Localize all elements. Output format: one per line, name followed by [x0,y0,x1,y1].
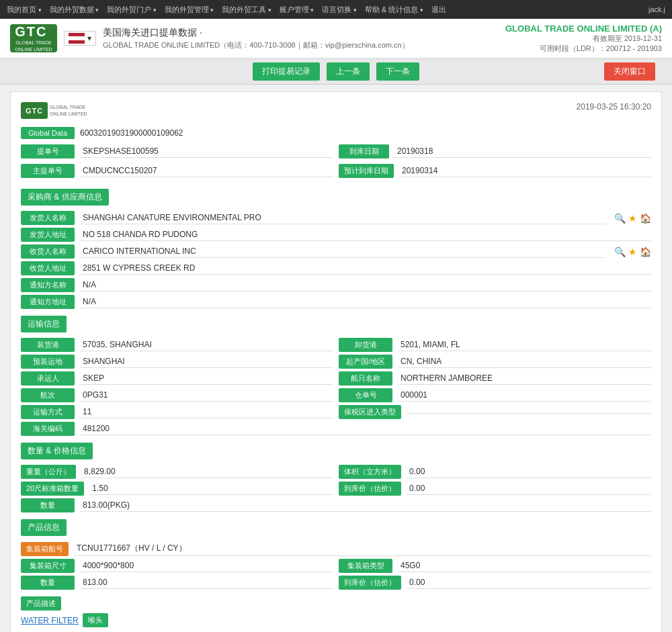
shipper-search-icon[interactable]: 🔍 [614,213,626,224]
discharge-port-label: 卸货港 [339,338,392,352]
container-no-value: TCNU1771667（HV / L / CY） [74,541,651,556]
container-size-type-row: 集装箱尺寸 4000*900*800 集装箱类型 45G0 [21,559,651,576]
voyage-value: 0PG31 [80,389,333,402]
date-label: 到库日期 [339,144,389,159]
consignee-addr-row: 收货人地址 2851 W CYPRESS CREEK RD [21,261,651,275]
container-size-label: 集装箱尺寸 [21,559,75,573]
container-type-value: 45G0 [398,559,651,572]
record-card: GTC GLOBAL TRADEONLINE LIMITED 2019-03-2… [10,91,662,632]
bill-no-label: 提单号 [21,144,75,159]
shipper-name-row: 发货人名称 SHANGHAI CANATURE ENVIRONMENTAL PR… [21,211,651,225]
nav-language[interactable]: 语言切换 [322,5,357,15]
nav-tools[interactable]: 我的外贸工具 [222,5,271,15]
consignee-actions: 🔍 ★ 🏠 [614,246,651,257]
supplier-section-title: 采购商 & 供应商信息 [21,189,109,206]
nav-trade-data[interactable]: 我的外贸数据 [50,5,99,15]
prev-button[interactable]: 上一条 [327,62,370,81]
shipper-star-icon[interactable]: ★ [628,213,637,224]
carrier-value: SKEP [80,372,333,385]
containers-20-value: 1.50 [89,482,333,495]
consignee-addr-label: 收货人地址 [21,261,75,275]
nav-portal[interactable]: 我的外贸门户 [107,5,157,15]
bonded-label: 保税区进入类型 [339,405,401,419]
containers-20-field: 20尺标准箱数量 1.50 [21,482,333,496]
port-row: 装货港 57035, SHANGHAI 卸货港 5201, MIAMI, FL [21,338,651,355]
user-name: jack.j [648,5,665,13]
consignee-search-icon[interactable]: 🔍 [614,246,626,257]
load-place-value: SHANGHAI [80,355,333,368]
flag-selector[interactable]: ▾ [64,31,96,46]
discharge-port-value: 5201, MIAMI, FL [398,338,651,351]
vessel-label: 船只名称 [339,371,392,386]
bill-no-field: 提单号 SKEPSHASE100595 [21,144,333,159]
load-place-field: 预装运地 SHANGHAI [21,355,333,369]
containers-price-row: 20尺标准箱数量 1.50 到库价（估价） 0.00 [21,482,651,498]
container-type-field: 集装箱类型 45G0 [339,559,651,573]
shipper-name-label: 发货人名称 [21,211,75,225]
logo: GTC GLOBAL TRADEONLINE LIMITED [10,24,57,52]
shipper-home-icon[interactable]: 🏠 [640,213,651,224]
qty-value: 813.00(PKG) [80,499,651,512]
shipper-addr-label: 发货人地址 [21,228,75,242]
load-port-label: 装货港 [21,338,75,352]
volume-field: 体积（立方米） 0.00 [339,465,651,479]
consignee-star-icon[interactable]: ★ [628,246,637,257]
consignee-addr-value: 2851 W CYPRESS CREEK RD [80,262,651,275]
product-qty-label: 数量 [21,576,75,590]
header-brand-info: GLOBAL TRADE ONLINE LIMITED (A) 有效期至 201… [505,24,662,54]
logo-text: GTC [15,24,52,40]
carrier-vessel-row: 承运人 SKEP 船只名称 NORTHERN JAMBOREE [21,371,651,388]
close-button[interactable]: 关闭窗口 [604,62,655,81]
est-date-field: 预计到库日期 20190314 [339,164,651,178]
transport-bonded-row: 运输方式 11 保税区进入类型 [21,405,651,422]
weight-value: 8,829.00 [81,465,333,478]
volume-label: 体积（立方米） [339,465,401,479]
ldr-info: 可用时段（LDR）：200712 - 201903 [505,44,662,54]
shipper-addr-row: 发货人地址 NO 518 CHANDA RD PUDONG [21,228,651,242]
nav-help[interactable]: 帮助 & 统计信息 [365,5,423,15]
customs-code-row: 海关编码 481200 [21,422,651,436]
est-date-value: 20190314 [399,165,651,177]
product-link[interactable]: WATER FILTER [21,616,79,625]
origin-value: CN, CHINA [398,355,651,368]
load-place-label: 预装运地 [21,355,75,369]
customs-code-label: 海关编码 [21,422,75,436]
transport-section-title: 运输信息 [21,316,67,332]
nav-manage[interactable]: 我的外贸管理 [165,5,214,15]
container-no-label: 集装箱船号 [21,542,69,556]
product-section: 产品信息 集装箱船号 TCNU1771667（HV / L / CY） 集装箱尺… [21,519,651,632]
bill-num-field: 仓单号 000001 [339,388,651,402]
customs-code-value: 481200 [80,422,651,435]
carrier-field: 承运人 SKEP [21,371,333,386]
desc-item-tag[interactable]: 喉头 [83,613,108,627]
header-title-area: 美国海关进口提单数据 · GLOBAL TRADE ONLINE LIMITED… [103,27,409,50]
product-qty-value: 813.00 [80,576,333,589]
next-button[interactable]: 下一条 [376,62,419,81]
master-bill-value: CMDUCNCC150207 [80,165,333,177]
notify-addr-label: 通知方地址 [21,295,75,309]
master-bill-label: 主提单号 [21,164,75,178]
print-button[interactable]: 打印提易记录 [253,62,320,81]
nav-home[interactable]: 我的首页 [7,5,42,15]
transport-section: 运输信息 装货港 57035, SHANGHAI 卸货港 5201, MIAMI… [21,316,651,436]
nav-logout[interactable]: 退出 [431,5,446,15]
container-size-field: 集装箱尺寸 4000*900*800 [21,559,333,573]
record-timestamp: 2019-03-25 16:30:20 [577,102,651,111]
consignee-home-icon[interactable]: 🏠 [640,246,651,257]
date-value: 20190318 [394,145,651,158]
container-type-label: 集装箱类型 [339,559,392,573]
product-tags: WATER FILTER 喉头 [21,613,651,627]
transport-mode-field: 运输方式 11 [21,405,333,419]
voyage-label: 航次 [21,388,75,402]
load-port-value: 57035, SHANGHAI [80,338,333,351]
nav-links: 我的首页 我的外贸数据 我的外贸门户 我的外贸管理 我的外贸工具 账户管理 语言… [7,5,446,15]
carrier-label: 承运人 [21,371,75,386]
bill-date-row: 提单号 SKEPSHASE100595 到库日期 20190318 [21,144,651,161]
bill-no-value: SKEPSHASE100595 [80,145,333,158]
qty-row: 数量 813.00(PKG) [21,498,651,512]
origin-field: 起产国/地区 CN, CHINA [339,355,651,369]
nav-account[interactable]: 账户管理 [280,5,314,15]
vessel-value: NORTHERN JAMBOREE [398,372,651,385]
arrival-price-field: 到库价（估价） 0.00 [339,482,651,496]
quantity-section-title: 数量 & 价格信息 [21,443,93,459]
